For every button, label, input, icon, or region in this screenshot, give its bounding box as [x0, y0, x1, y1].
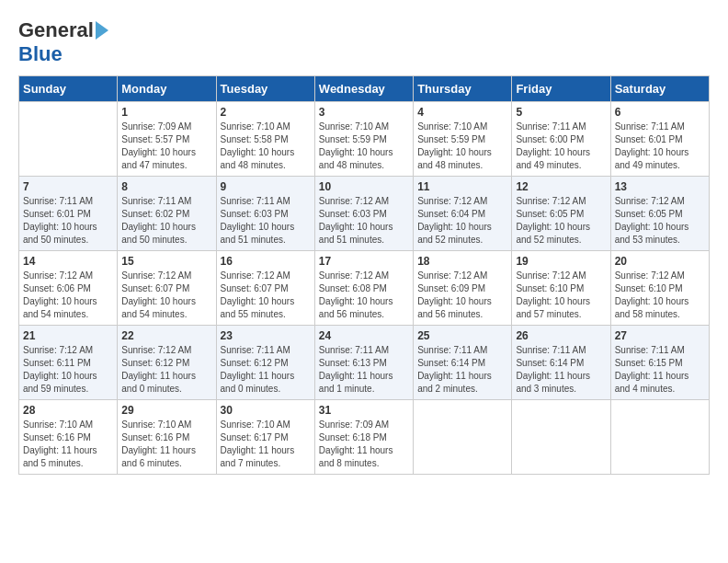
day-info: Sunrise: 7:12 AM Sunset: 6:10 PM Dayligh…	[516, 270, 606, 321]
calendar-cell: 30Sunrise: 7:10 AM Sunset: 6:17 PM Dayli…	[216, 400, 314, 475]
calendar-cell: 29Sunrise: 7:10 AM Sunset: 6:16 PM Dayli…	[118, 400, 216, 475]
calendar-cell: 12Sunrise: 7:12 AM Sunset: 6:05 PM Dayli…	[512, 177, 610, 251]
day-number: 31	[319, 404, 409, 417]
day-info: Sunrise: 7:12 AM Sunset: 6:05 PM Dayligh…	[615, 195, 705, 247]
day-number: 15	[121, 255, 211, 268]
day-info: Sunrise: 7:12 AM Sunset: 6:08 PM Dayligh…	[319, 270, 409, 321]
day-info: Sunrise: 7:11 AM Sunset: 6:01 PM Dayligh…	[23, 195, 113, 247]
calendar-cell: 18Sunrise: 7:12 AM Sunset: 6:09 PM Dayli…	[414, 251, 512, 326]
day-info: Sunrise: 7:10 AM Sunset: 5:59 PM Dayligh…	[319, 121, 409, 172]
calendar-cell: 24Sunrise: 7:11 AM Sunset: 6:13 PM Dayli…	[314, 326, 413, 400]
day-info: Sunrise: 7:12 AM Sunset: 6:04 PM Dayligh…	[417, 195, 507, 247]
calendar-header-monday: Monday	[118, 76, 216, 102]
calendar-cell: 2Sunrise: 7:10 AM Sunset: 5:58 PM Daylig…	[216, 102, 314, 177]
calendar-cell: 27Sunrise: 7:11 AM Sunset: 6:15 PM Dayli…	[610, 326, 709, 400]
day-info: Sunrise: 7:12 AM Sunset: 6:03 PM Dayligh…	[319, 195, 409, 247]
day-number: 7	[23, 180, 113, 193]
calendar-cell: 19Sunrise: 7:12 AM Sunset: 6:10 PM Dayli…	[512, 251, 610, 326]
calendar-cell: 16Sunrise: 7:12 AM Sunset: 6:07 PM Dayli…	[216, 251, 314, 326]
day-number: 4	[417, 106, 507, 119]
calendar-header-tuesday: Tuesday	[216, 76, 314, 102]
calendar-header-thursday: Thursday	[414, 76, 512, 102]
logo-arrow-icon	[96, 21, 108, 40]
day-number: 18	[417, 255, 507, 268]
calendar-week-row: 21Sunrise: 7:12 AM Sunset: 6:11 PM Dayli…	[19, 326, 710, 400]
day-number: 23	[221, 329, 311, 342]
calendar-cell: 23Sunrise: 7:11 AM Sunset: 6:12 PM Dayli…	[216, 326, 314, 400]
calendar-cell: 13Sunrise: 7:12 AM Sunset: 6:05 PM Dayli…	[610, 177, 709, 251]
day-info: Sunrise: 7:11 AM Sunset: 6:15 PM Dayligh…	[615, 344, 705, 396]
day-number: 24	[319, 329, 409, 342]
day-number: 27	[615, 329, 705, 342]
calendar-header-friday: Friday	[512, 76, 610, 102]
day-info: Sunrise: 7:12 AM Sunset: 6:05 PM Dayligh…	[516, 195, 606, 247]
day-info: Sunrise: 7:12 AM Sunset: 6:11 PM Dayligh…	[23, 344, 113, 396]
day-info: Sunrise: 7:09 AM Sunset: 5:57 PM Dayligh…	[121, 121, 211, 172]
calendar-cell: 1Sunrise: 7:09 AM Sunset: 5:57 PM Daylig…	[118, 102, 216, 177]
day-info: Sunrise: 7:11 AM Sunset: 6:01 PM Dayligh…	[615, 121, 705, 172]
day-number: 22	[121, 329, 211, 342]
day-number: 11	[417, 180, 507, 193]
calendar-cell	[610, 400, 709, 475]
calendar-cell: 15Sunrise: 7:12 AM Sunset: 6:07 PM Dayli…	[118, 251, 216, 326]
calendar-body: 1Sunrise: 7:09 AM Sunset: 5:57 PM Daylig…	[19, 102, 710, 475]
day-number: 10	[319, 180, 409, 193]
calendar-week-row: 7Sunrise: 7:11 AM Sunset: 6:01 PM Daylig…	[19, 177, 710, 251]
day-info: Sunrise: 7:09 AM Sunset: 6:18 PM Dayligh…	[319, 419, 409, 470]
day-number: 1	[121, 106, 211, 119]
calendar-header-saturday: Saturday	[610, 76, 709, 102]
calendar-cell: 28Sunrise: 7:10 AM Sunset: 6:16 PM Dayli…	[19, 400, 118, 475]
day-info: Sunrise: 7:12 AM Sunset: 6:12 PM Dayligh…	[121, 344, 211, 396]
day-info: Sunrise: 7:10 AM Sunset: 6:16 PM Dayligh…	[121, 419, 211, 470]
day-number: 6	[615, 106, 705, 119]
day-info: Sunrise: 7:10 AM Sunset: 5:58 PM Dayligh…	[221, 121, 311, 172]
calendar-cell: 9Sunrise: 7:11 AM Sunset: 6:03 PM Daylig…	[216, 177, 314, 251]
calendar-cell	[19, 102, 118, 177]
day-info: Sunrise: 7:11 AM Sunset: 6:02 PM Dayligh…	[121, 195, 211, 247]
calendar-week-row: 14Sunrise: 7:12 AM Sunset: 6:06 PM Dayli…	[19, 251, 710, 326]
calendar-header-wednesday: Wednesday	[314, 76, 413, 102]
calendar-week-row: 28Sunrise: 7:10 AM Sunset: 6:16 PM Dayli…	[19, 400, 710, 475]
day-number: 26	[516, 329, 606, 342]
calendar-week-row: 1Sunrise: 7:09 AM Sunset: 5:57 PM Daylig…	[19, 102, 710, 177]
day-info: Sunrise: 7:11 AM Sunset: 6:14 PM Dayligh…	[417, 344, 507, 396]
day-number: 19	[516, 255, 606, 268]
calendar-cell: 26Sunrise: 7:11 AM Sunset: 6:14 PM Dayli…	[512, 326, 610, 400]
calendar-cell: 31Sunrise: 7:09 AM Sunset: 6:18 PM Dayli…	[314, 400, 413, 475]
page-header: General Blue	[18, 18, 710, 66]
day-info: Sunrise: 7:11 AM Sunset: 6:13 PM Dayligh…	[319, 344, 409, 396]
day-info: Sunrise: 7:10 AM Sunset: 6:16 PM Dayligh…	[23, 419, 113, 470]
calendar-cell: 22Sunrise: 7:12 AM Sunset: 6:12 PM Dayli…	[118, 326, 216, 400]
day-info: Sunrise: 7:11 AM Sunset: 6:14 PM Dayligh…	[516, 344, 606, 396]
calendar-cell: 14Sunrise: 7:12 AM Sunset: 6:06 PM Dayli…	[19, 251, 118, 326]
calendar-cell: 7Sunrise: 7:11 AM Sunset: 6:01 PM Daylig…	[19, 177, 118, 251]
calendar-cell: 20Sunrise: 7:12 AM Sunset: 6:10 PM Dayli…	[610, 251, 709, 326]
calendar-cell: 21Sunrise: 7:12 AM Sunset: 6:11 PM Dayli…	[19, 326, 118, 400]
day-number: 20	[615, 255, 705, 268]
day-number: 21	[23, 329, 113, 342]
day-number: 30	[221, 404, 311, 417]
day-info: Sunrise: 7:12 AM Sunset: 6:09 PM Dayligh…	[417, 270, 507, 321]
calendar-cell: 5Sunrise: 7:11 AM Sunset: 6:00 PM Daylig…	[512, 102, 610, 177]
day-number: 13	[615, 180, 705, 193]
calendar-table: SundayMondayTuesdayWednesdayThursdayFrid…	[18, 75, 710, 475]
calendar-cell	[414, 400, 512, 475]
calendar-cell: 10Sunrise: 7:12 AM Sunset: 6:03 PM Dayli…	[314, 177, 413, 251]
day-number: 17	[319, 255, 409, 268]
day-info: Sunrise: 7:12 AM Sunset: 6:10 PM Dayligh…	[615, 270, 705, 321]
logo-blue: Blue	[18, 42, 63, 66]
day-info: Sunrise: 7:10 AM Sunset: 6:17 PM Dayligh…	[221, 419, 311, 470]
calendar-cell: 17Sunrise: 7:12 AM Sunset: 6:08 PM Dayli…	[314, 251, 413, 326]
calendar-cell: 3Sunrise: 7:10 AM Sunset: 5:59 PM Daylig…	[314, 102, 413, 177]
logo: General Blue	[18, 18, 108, 66]
calendar-cell: 6Sunrise: 7:11 AM Sunset: 6:01 PM Daylig…	[610, 102, 709, 177]
day-info: Sunrise: 7:11 AM Sunset: 6:12 PM Dayligh…	[221, 344, 311, 396]
day-number: 8	[121, 180, 211, 193]
calendar-header-row: SundayMondayTuesdayWednesdayThursdayFrid…	[19, 76, 710, 102]
calendar-cell	[512, 400, 610, 475]
day-number: 16	[221, 255, 311, 268]
calendar-header-sunday: Sunday	[19, 76, 118, 102]
day-number: 12	[516, 180, 606, 193]
day-info: Sunrise: 7:12 AM Sunset: 6:07 PM Dayligh…	[121, 270, 211, 321]
day-info: Sunrise: 7:12 AM Sunset: 6:07 PM Dayligh…	[221, 270, 311, 321]
